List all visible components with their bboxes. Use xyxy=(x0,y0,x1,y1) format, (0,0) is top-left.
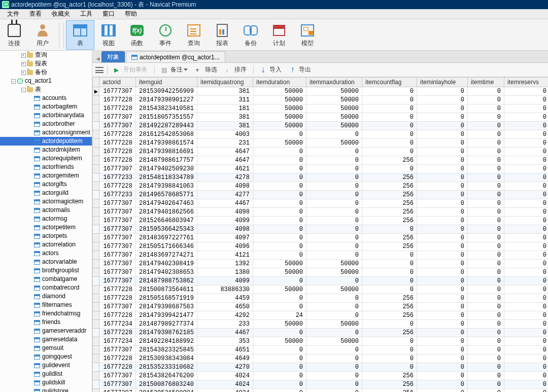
toolbar-query-button[interactable]: 查询 xyxy=(180,20,208,50)
cell[interactable]: 0 xyxy=(253,372,306,380)
cell[interactable]: 50000 xyxy=(306,87,362,96)
cell[interactable]: 0 xyxy=(504,122,548,130)
cell[interactable]: 0 xyxy=(417,191,468,199)
cell[interactable]: 281530942256909 xyxy=(136,87,197,96)
cell[interactable]: 0 xyxy=(417,294,468,303)
cell[interactable]: 16777307 xyxy=(99,251,136,260)
cell[interactable]: 16777228 xyxy=(99,311,136,320)
row-header[interactable] xyxy=(93,156,99,165)
tree-node-gemsuit[interactable]: gemsuit xyxy=(0,344,92,352)
row-header[interactable]: ▶ xyxy=(93,87,99,96)
cell[interactable]: 0 xyxy=(306,208,362,217)
cell[interactable]: 0 xyxy=(417,242,468,251)
cell[interactable]: 281548118334789 xyxy=(136,173,197,182)
cell[interactable]: 0 xyxy=(362,363,417,372)
cell[interactable]: 0 xyxy=(468,199,504,208)
cell[interactable]: 0 xyxy=(306,372,362,380)
cell[interactable]: 0 xyxy=(504,139,548,148)
cell[interactable]: 256 xyxy=(362,294,417,303)
cell[interactable]: 0 xyxy=(306,156,362,165)
cell[interactable]: 16777228 xyxy=(99,139,136,148)
cell[interactable]: 281479402509230 xyxy=(136,165,197,173)
cell[interactable]: 0 xyxy=(253,303,306,311)
cell[interactable]: 0 xyxy=(504,251,548,260)
cell[interactable]: 16777307 xyxy=(99,268,136,277)
cell[interactable]: 0 xyxy=(417,139,468,148)
cell[interactable]: 50000 xyxy=(253,104,306,113)
tree-node-actorrelation[interactable]: actorrelation xyxy=(0,240,92,249)
cell[interactable]: 0 xyxy=(417,380,468,389)
cell[interactable]: 0 xyxy=(362,251,417,260)
toolbar-backup-button[interactable]: 备份 xyxy=(236,20,265,50)
cell[interactable]: 311 xyxy=(197,96,253,104)
tree-node-actordepotitem[interactable]: actordepotitem xyxy=(0,137,92,146)
row-header[interactable] xyxy=(93,251,99,260)
tree-node-actorfriends[interactable]: actorfriends xyxy=(0,163,92,171)
cell[interactable]: 4649 xyxy=(197,354,253,363)
cell[interactable]: 0 xyxy=(468,260,504,268)
cell[interactable]: 16777307 xyxy=(99,225,136,234)
tab-obj[interactable]: 对象 xyxy=(101,51,125,62)
cell[interactable]: 0 xyxy=(504,294,548,303)
cell[interactable]: 0 xyxy=(468,363,504,372)
toolbar-sched-button[interactable]: 计划 xyxy=(265,20,293,50)
tab-table[interactable]: actordepotitem @cq_actor1... xyxy=(126,51,225,62)
cell[interactable]: 0 xyxy=(468,337,504,346)
tree-node-brothgrouplist[interactable]: brothgrouplist xyxy=(0,266,92,275)
cell[interactable]: 281479398861574 xyxy=(136,139,197,148)
cell[interactable]: 0 xyxy=(362,96,417,104)
cell[interactable]: 16777307 xyxy=(99,277,136,286)
cell[interactable]: 0 xyxy=(362,122,417,130)
cell[interactable]: 0 xyxy=(417,148,468,156)
cell[interactable]: 0 xyxy=(504,96,548,104)
tree-node-actorpetitem[interactable]: actorpetitem xyxy=(0,223,92,232)
tree-node-actorgifts[interactable]: actorgifts xyxy=(0,180,92,189)
cell[interactable]: 0 xyxy=(468,182,504,191)
cell[interactable]: 0 xyxy=(468,217,504,225)
cell[interactable]: 0 xyxy=(253,354,306,363)
cell[interactable]: 256 xyxy=(362,199,417,208)
cell[interactable]: 0 xyxy=(253,251,306,260)
cell[interactable]: 50000 xyxy=(306,268,362,277)
column-header-itemtime[interactable]: itemtime xyxy=(468,78,504,87)
cell[interactable]: 0 xyxy=(253,329,306,337)
data-grid[interactable]: actoriditemguiditemidquastrongitemdurati… xyxy=(92,77,548,392)
cell[interactable]: 0 xyxy=(468,113,504,122)
column-header-itemidquastrong[interactable]: itemidquastrong xyxy=(197,78,253,87)
cell[interactable]: 0 xyxy=(306,191,362,199)
cell[interactable]: 0 xyxy=(417,104,468,113)
row-header[interactable] xyxy=(93,139,99,148)
cell[interactable]: 256 xyxy=(362,234,417,242)
cell[interactable]: 0 xyxy=(468,354,504,363)
cell[interactable]: 0 xyxy=(253,277,306,286)
tree-node-查询[interactable]: +查询 xyxy=(0,51,92,59)
tree-node-actorpets[interactable]: actorpets xyxy=(0,232,92,240)
cell[interactable]: 0 xyxy=(504,87,548,96)
cell[interactable]: 381 xyxy=(197,87,253,96)
menu-文件[interactable]: 文件 xyxy=(2,9,24,19)
cell[interactable]: 231 xyxy=(197,139,253,148)
cell[interactable]: 256 xyxy=(362,372,417,380)
row-header[interactable] xyxy=(93,346,99,354)
tree-node-actorequipitem[interactable]: actorequipitem xyxy=(0,154,92,163)
tree-node-guildevent[interactable]: guildevent xyxy=(0,361,92,370)
cell[interactable]: 353 xyxy=(197,337,253,346)
tree-node-actorbrother[interactable]: actorbrother xyxy=(0,120,92,128)
cell[interactable]: 0 xyxy=(417,346,468,354)
cell[interactable]: 0 xyxy=(417,268,468,277)
menu-查看[interactable]: 查看 xyxy=(24,9,47,19)
cell[interactable]: 256 xyxy=(362,303,417,311)
tree-node-actorguild[interactable]: actorguild xyxy=(0,189,92,197)
cell[interactable]: 0 xyxy=(504,311,548,320)
cell[interactable]: 0 xyxy=(306,329,362,337)
cell[interactable]: 0 xyxy=(306,242,362,251)
cell[interactable]: 16777307 xyxy=(99,234,136,242)
cell[interactable]: 233 xyxy=(197,320,253,329)
column-header-itemreservs[interactable]: itemreservs xyxy=(504,78,548,87)
tree-node-actors[interactable]: actors xyxy=(0,249,92,258)
cell[interactable]: 256 xyxy=(362,329,417,337)
cell[interactable]: 0 xyxy=(417,320,468,329)
cell[interactable]: 0 xyxy=(504,225,548,234)
cell[interactable]: 0 xyxy=(504,130,548,139)
toolbar-user-button[interactable]: 用户 xyxy=(28,20,57,50)
